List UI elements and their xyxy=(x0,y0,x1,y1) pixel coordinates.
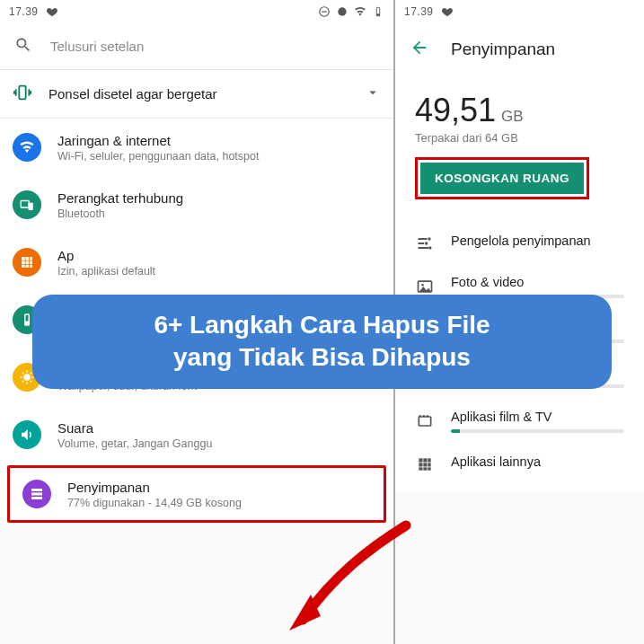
storage-number: 49,51 xyxy=(415,92,496,129)
vibrate-banner[interactable]: Ponsel disetel agar bergetar xyxy=(0,70,393,119)
tune-icon xyxy=(415,234,435,252)
settings-item-apps[interactable]: ApIzin, aplikasi default xyxy=(0,234,393,291)
category-label: Foto & video xyxy=(451,275,624,289)
search-icon xyxy=(14,36,32,57)
settings-item-title: Jaringan & internet xyxy=(57,133,259,148)
svg-rect-10 xyxy=(30,257,32,260)
storage-category-film[interactable]: Aplikasi film & TV xyxy=(415,399,624,444)
svg-rect-37 xyxy=(428,463,430,466)
settings-item-devices[interactable]: Perangkat terhubungBluetooth xyxy=(0,176,393,234)
wifi-icon xyxy=(354,5,366,18)
storage-used-value: 49,51 GB xyxy=(415,92,624,129)
clock-text: 17.39 xyxy=(9,5,39,18)
svg-rect-16 xyxy=(30,265,32,268)
svg-rect-39 xyxy=(423,467,427,470)
svg-rect-5 xyxy=(19,85,25,99)
statusbar-right: 17.39 xyxy=(395,0,644,23)
storage-header: Penyimpanan xyxy=(395,23,644,75)
settings-search-row[interactable] xyxy=(0,23,393,70)
svg-rect-12 xyxy=(26,261,30,265)
category-label: Pengelola penyimpanan xyxy=(451,234,624,248)
svg-rect-15 xyxy=(26,265,30,268)
settings-item-title: Suara xyxy=(57,420,212,436)
svg-rect-11 xyxy=(22,261,25,265)
settings-item-title: Ap xyxy=(57,248,155,263)
photo-icon xyxy=(415,278,435,296)
svg-rect-21 xyxy=(31,493,42,496)
back-arrow-icon[interactable] xyxy=(410,38,429,61)
overlay-line1: 6+ Langkah Cara Hapus File xyxy=(154,311,490,339)
svg-rect-18 xyxy=(25,322,30,326)
svg-rect-32 xyxy=(419,458,422,462)
storage-total-label: Terpakai dari 64 GB xyxy=(415,131,624,145)
settings-item-title: Penyimpanan xyxy=(67,480,242,495)
free-space-highlight: KOSONGKAN RUANG xyxy=(415,157,589,199)
svg-rect-35 xyxy=(419,463,422,466)
svg-point-23 xyxy=(428,237,430,240)
vibrate-icon xyxy=(13,83,32,106)
svg-rect-36 xyxy=(423,463,427,466)
storage-category-apps[interactable]: Aplikasi lainnya xyxy=(415,444,624,485)
svg-rect-34 xyxy=(428,458,430,462)
svg-rect-22 xyxy=(31,497,42,499)
svg-rect-14 xyxy=(22,265,25,268)
heart-icon xyxy=(441,5,454,18)
chevron-down-icon xyxy=(365,84,381,104)
svg-point-27 xyxy=(421,284,424,287)
apps-icon xyxy=(415,455,435,473)
film-icon xyxy=(415,412,435,430)
svg-rect-9 xyxy=(26,257,30,260)
settings-item-sub: 77% digunakan - 14,49 GB kosong xyxy=(67,497,242,509)
free-space-button[interactable]: KOSONGKAN RUANG xyxy=(420,163,584,194)
svg-rect-4 xyxy=(376,13,380,15)
settings-item-sub: Bluetooth xyxy=(57,207,183,220)
info-icon xyxy=(336,5,348,18)
settings-item-title: Perangkat terhubung xyxy=(57,190,183,206)
heart-icon xyxy=(46,5,58,18)
svg-rect-7 xyxy=(29,203,33,210)
clock-text: 17.39 xyxy=(404,5,434,18)
settings-search-input[interactable] xyxy=(50,39,379,54)
svg-rect-40 xyxy=(428,467,430,470)
svg-rect-20 xyxy=(31,489,42,491)
svg-rect-1 xyxy=(322,11,327,12)
svg-point-19 xyxy=(23,374,31,381)
storage-unit: GB xyxy=(501,108,524,126)
svg-rect-33 xyxy=(423,458,427,462)
svg-point-2 xyxy=(338,7,346,15)
storage-icon xyxy=(22,480,51,508)
svg-point-24 xyxy=(425,242,428,244)
svg-rect-6 xyxy=(21,201,29,208)
svg-rect-38 xyxy=(419,467,422,470)
svg-point-25 xyxy=(428,246,431,249)
sound-icon xyxy=(13,420,41,449)
article-title-overlay: 6+ Langkah Cara Hapus File yang Tidak Bi… xyxy=(32,295,612,389)
svg-rect-13 xyxy=(30,261,32,265)
dnd-icon xyxy=(318,5,331,18)
svg-rect-8 xyxy=(22,257,25,260)
usage-bar xyxy=(451,429,624,433)
storage-category-tune[interactable]: Pengelola penyimpanan xyxy=(415,223,624,264)
overlay-line2: yang Tidak Bisa Dihapus xyxy=(173,343,471,371)
settings-item-sub: Izin, aplikasi default xyxy=(57,265,155,278)
settings-item-sub: Wi-Fi, seluler, penggunaan data, hotspot xyxy=(57,150,259,163)
settings-item-sub: Volume, getar, Jangan Ganggu xyxy=(57,437,212,450)
vibrate-label: Ponsel disetel agar bergetar xyxy=(49,86,348,101)
wifi-icon xyxy=(13,133,41,162)
battery-icon xyxy=(372,5,384,18)
page-title: Penyimpanan xyxy=(451,40,555,59)
settings-item-wifi[interactable]: Jaringan & internetWi-Fi, seluler, pengg… xyxy=(0,119,393,176)
settings-item-storage[interactable]: Penyimpanan77% digunakan - 14,49 GB koso… xyxy=(7,465,386,523)
category-label: Aplikasi film & TV xyxy=(451,410,624,424)
statusbar-left: 17.39 xyxy=(0,0,393,23)
category-label: Aplikasi lainnya xyxy=(451,454,624,469)
svg-rect-31 xyxy=(419,417,430,426)
apps-icon xyxy=(13,248,41,277)
devices-icon xyxy=(13,190,41,219)
settings-item-sound[interactable]: SuaraVolume, getar, Jangan Ganggu xyxy=(0,406,393,463)
